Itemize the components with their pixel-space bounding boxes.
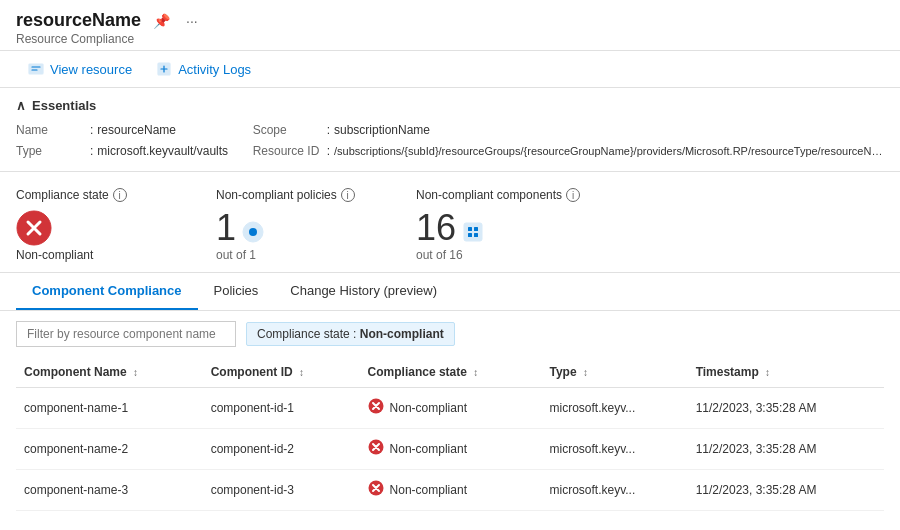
cell-component-name: component-name-2 xyxy=(16,429,203,470)
essentials-section: ∧ Essentials Name : resourceName Scope :… xyxy=(0,88,900,172)
policies-card: Non-compliant policies i 1 out of 1 xyxy=(216,188,416,262)
non-compliant-label: Non-compliant xyxy=(16,248,93,262)
scope-value: subscriptionName xyxy=(334,121,430,140)
compliance-state-filter-tag: Compliance state : Non-compliant xyxy=(246,322,455,346)
essentials-header[interactable]: ∧ Essentials xyxy=(16,98,884,113)
cell-type: microsoft.keyv... xyxy=(541,470,687,511)
name-row: Name : resourceName xyxy=(16,121,253,140)
view-resource-icon xyxy=(28,61,44,77)
scope-row: Scope : subscriptionName xyxy=(253,121,884,140)
compliance-tag-label: Compliance state : xyxy=(257,327,360,341)
tab-component-compliance[interactable]: Component Compliance xyxy=(16,273,198,310)
sort-icon: ↕ xyxy=(133,367,138,378)
cell-component-id: component-id-3 xyxy=(203,470,360,511)
table-header: Component Name ↕ Component ID ↕ Complian… xyxy=(16,357,884,388)
col-component-id[interactable]: Component ID ↕ xyxy=(203,357,360,388)
components-info-icon[interactable]: i xyxy=(566,188,580,202)
type-label: Type xyxy=(16,142,86,161)
non-compliant-icon xyxy=(368,480,384,500)
svg-rect-6 xyxy=(468,227,472,231)
name-value: resourceName xyxy=(97,121,176,140)
compliance-cards: Compliance state i Non-compliant Non-com… xyxy=(0,172,900,273)
component-filter-input[interactable] xyxy=(16,321,236,347)
compliance-tag-value: Non-compliant xyxy=(360,327,444,341)
compliance-state-text: Non-compliant xyxy=(390,442,467,456)
sort-icon: ↕ xyxy=(299,367,304,378)
components-title: Non-compliant components i xyxy=(416,188,584,202)
policies-title: Non-compliant policies i xyxy=(216,188,384,202)
component-icon xyxy=(462,221,484,243)
policies-out-of: out of 1 xyxy=(216,248,384,262)
activity-logs-label: Activity Logs xyxy=(178,62,251,77)
cell-type: microsoft.keyv... xyxy=(541,429,687,470)
col-timestamp[interactable]: Timestamp ↕ xyxy=(688,357,884,388)
svg-rect-0 xyxy=(29,64,43,74)
tab-policies[interactable]: Policies xyxy=(198,273,275,310)
svg-rect-8 xyxy=(468,233,472,237)
policies-count-display: 1 xyxy=(216,210,384,246)
svg-point-4 xyxy=(249,228,257,236)
components-count: 16 xyxy=(416,210,456,246)
non-compliant-icon xyxy=(368,398,384,418)
tab-change-history[interactable]: Change History (preview) xyxy=(274,273,453,310)
col-type[interactable]: Type ↕ xyxy=(541,357,687,388)
cell-type: microsoft.keyv... xyxy=(541,388,687,429)
non-compliant-icon xyxy=(368,439,384,459)
compliance-state-info-icon[interactable]: i xyxy=(113,188,127,202)
cell-timestamp: 11/2/2023, 3:35:28 AM xyxy=(688,429,884,470)
compliance-state-text: Non-compliant xyxy=(390,401,467,415)
view-resource-label: View resource xyxy=(50,62,132,77)
components-out-of: out of 16 xyxy=(416,248,584,262)
sort-icon: ↕ xyxy=(473,367,478,378)
compliance-state-title: Compliance state i xyxy=(16,188,184,202)
cell-component-name: component-name-1 xyxy=(16,388,203,429)
essentials-grid: Name : resourceName Scope : subscription… xyxy=(16,121,884,161)
svg-rect-7 xyxy=(474,227,478,231)
cell-compliance-state: Non-compliant xyxy=(360,429,542,470)
scope-label: Scope xyxy=(253,121,323,140)
chevron-up-icon: ∧ xyxy=(16,98,26,113)
col-component-name[interactable]: Component Name ↕ xyxy=(16,357,203,388)
cell-timestamp: 11/2/2023, 3:35:28 AM xyxy=(688,388,884,429)
page-header: resourceName 📌 ··· Resource Compliance xyxy=(0,0,900,51)
cell-compliance-state: Non-compliant xyxy=(360,470,542,511)
cell-component-id: component-id-1 xyxy=(203,388,360,429)
name-label: Name xyxy=(16,121,86,140)
svg-rect-5 xyxy=(464,223,482,241)
filter-bar: Compliance state : Non-compliant xyxy=(0,311,900,357)
components-count-display: 16 xyxy=(416,210,584,246)
more-button[interactable]: ··· xyxy=(182,11,202,31)
cell-component-id: component-id-2 xyxy=(203,429,360,470)
page-subtitle: Resource Compliance xyxy=(16,32,884,46)
toolbar: View resource Activity Logs xyxy=(0,51,900,88)
activity-logs-icon xyxy=(156,61,172,77)
resource-id-value: /subscriptions/{subId}/resourceGroups/{r… xyxy=(334,143,884,161)
cell-timestamp: 11/2/2023, 3:35:28 AM xyxy=(688,470,884,511)
view-resource-button[interactable]: View resource xyxy=(16,57,144,81)
policies-count: 1 xyxy=(216,210,236,246)
resource-name: resourceName xyxy=(16,10,141,31)
type-value: microsoft.keyvault/vaults xyxy=(97,142,228,161)
col-compliance-state[interactable]: Compliance state ↕ xyxy=(360,357,542,388)
components-table: Component Name ↕ Component ID ↕ Complian… xyxy=(16,357,884,511)
compliance-state-badge: Non-compliant xyxy=(16,210,184,262)
resource-id-label: Resource ID xyxy=(253,142,323,161)
components-table-container: Component Name ↕ Component ID ↕ Complian… xyxy=(0,357,900,511)
policy-icon xyxy=(242,221,264,243)
table-row: component-name-3 component-id-3 Non-comp… xyxy=(16,470,884,511)
components-card: Non-compliant components i 16 out of 16 xyxy=(416,188,616,262)
non-compliant-x-icon xyxy=(16,210,52,246)
compliance-state-card: Compliance state i Non-compliant xyxy=(16,188,216,262)
compliance-state-text: Non-compliant xyxy=(390,483,467,497)
table-body: component-name-1 component-id-1 Non-comp… xyxy=(16,388,884,511)
svg-rect-9 xyxy=(474,233,478,237)
table-row: component-name-2 component-id-2 Non-comp… xyxy=(16,429,884,470)
sort-icon: ↕ xyxy=(765,367,770,378)
table-row: component-name-1 component-id-1 Non-comp… xyxy=(16,388,884,429)
resource-id-row: Resource ID : /subscriptions/{subId}/res… xyxy=(253,142,884,161)
pin-button[interactable]: 📌 xyxy=(149,11,174,31)
cell-component-name: component-name-3 xyxy=(16,470,203,511)
activity-logs-button[interactable]: Activity Logs xyxy=(144,57,263,81)
essentials-label: Essentials xyxy=(32,98,96,113)
policies-info-icon[interactable]: i xyxy=(341,188,355,202)
